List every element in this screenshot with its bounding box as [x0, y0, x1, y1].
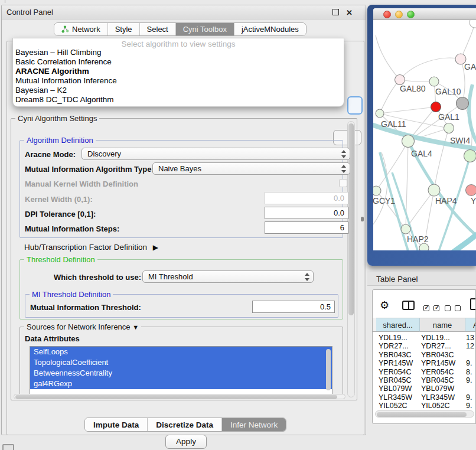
table-row[interactable]: YLR345W YLR345W 9. [376, 393, 475, 402]
dropdown-item[interactable]: Bayesian – Hill Climbing [15, 48, 102, 57]
table-hscrollbar[interactable] [375, 410, 474, 418]
table-row[interactable]: YDL19... YDL19... 13 [376, 334, 475, 342]
cell: YBR043C [379, 351, 419, 359]
network-nodes[interactable] [373, 20, 476, 250]
close-traffic-light[interactable] [383, 11, 391, 18]
settings-hscrollbar-thumb[interactable] [15, 395, 337, 399]
table-row[interactable]: YBR043C YBR043C [376, 351, 475, 359]
dropdown-item[interactable]: Mutual Information Inference [15, 76, 117, 86]
collapsed-panel-button[interactable] [2, 444, 14, 450]
chevron-updown-icon [341, 165, 347, 173]
table-row[interactable]: YER054C YER054C 8. [376, 368, 475, 376]
which-threshold-select[interactable]: MI Threshold [142, 270, 314, 283]
algorithm-dropdown: Select algorithm to view settings Bayesi… [12, 38, 344, 107]
tab-infer-network[interactable]: Infer Network [222, 418, 286, 431]
dpi-tolerance-label: DPI Tolerance [0,1]: [25, 210, 96, 219]
collapse-down-icon[interactable]: ▼ [132, 324, 139, 331]
column-header-name[interactable]: name [420, 318, 465, 332]
dropdown-item[interactable]: Dream8 DC_TDC Algorithm [15, 95, 114, 105]
cell: YDL19... [421, 334, 464, 342]
list-item[interactable]: TopologicalCoefficient [30, 357, 332, 368]
tab-cyni-toolbox[interactable]: Cyni Toolbox [176, 23, 234, 35]
tab-style[interactable]: Style [108, 23, 140, 35]
kernel-width-label: Kernel Width (0,1): [25, 195, 93, 204]
table-row[interactable]: YDR27... YDR27... 12 [376, 342, 475, 350]
dropdown-item[interactable]: Bayesian – K2 [15, 86, 67, 95]
hide-all-columns-icon[interactable] [445, 303, 461, 314]
network-icon [61, 25, 69, 33]
checked-box-icon [423, 305, 429, 311]
mi-steps-field[interactable]: 6 [265, 221, 348, 234]
cell: 9. [466, 402, 475, 410]
cell: 9. [466, 359, 475, 367]
apply-button[interactable]: Apply [165, 435, 207, 449]
sources-group-title[interactable]: Sources for Network Inference ▼ [24, 322, 141, 331]
manual-kernel-label: Manual Kernel Width Definition [25, 180, 138, 188]
aracne-mode-select[interactable]: Discovery [81, 148, 350, 160]
show-all-columns-icon[interactable] [423, 303, 439, 314]
mi-type-select[interactable]: Naive Bayes [152, 162, 350, 175]
export-table-icon[interactable] [470, 298, 476, 310]
table-panel-title: Table Panel [376, 275, 418, 283]
cell: YBL079W [379, 384, 419, 393]
dropdown-item-selected[interactable]: ARACNE Algorithm [15, 67, 89, 76]
collapse-right-icon[interactable]: ▶ [153, 243, 158, 252]
minimize-traffic-light[interactable] [395, 11, 403, 18]
tab-discretize-data-label: Discretize Data [156, 420, 213, 429]
dropdown-item[interactable]: Basic Correlation Inference [15, 57, 112, 67]
tab-discretize-data[interactable]: Discretize Data [148, 418, 222, 431]
aracne-mode-label: Aracne Mode: [25, 150, 76, 159]
cell: YIL052C [379, 402, 419, 410]
control-panel-tabbar: Network Style Select Cyni Toolbox jActiv… [54, 22, 307, 36]
list-item[interactable]: gal4RGexp [30, 379, 332, 389]
mi-threshold-field[interactable]: 0.5 [252, 301, 335, 313]
column-header-partial[interactable]: A [465, 318, 476, 332]
list-item[interactable]: SelfLoops [30, 347, 332, 357]
table-row[interactable]: YBL079W YBL079W [376, 384, 475, 393]
settings-hscrollbar[interactable] [14, 394, 345, 399]
cell: 8. [466, 368, 475, 376]
zoom-traffic-light[interactable] [407, 11, 415, 18]
tab-jactivemnodules-label: jActiveMNodules [242, 25, 299, 34]
checked-box-icon [433, 305, 439, 311]
threshold-definition-title: Threshold Definition [24, 255, 97, 264]
split-columns-icon[interactable] [402, 301, 415, 310]
cell: YER054C [421, 368, 464, 376]
node-label: HAP2 [407, 234, 429, 244]
data-attributes-list[interactable]: SelfLoops TopologicalCoefficient Between… [30, 346, 332, 394]
table-hscrollbar-thumb[interactable] [377, 412, 467, 417]
kernel-width-field[interactable]: 0.0 [265, 192, 348, 204]
mi-steps-label: Mutual Information Steps: [25, 224, 119, 233]
manual-kernel-checkbox[interactable] [339, 179, 347, 187]
table-row[interactable]: YIL052C YIL052C 9. [376, 402, 475, 407]
list-vscrollbar-thumb[interactable] [326, 349, 331, 390]
gear-icon[interactable]: ⚙ [380, 299, 389, 312]
which-threshold-value: MI Threshold [148, 272, 193, 281]
cell: YIL052C [421, 402, 464, 410]
tab-network[interactable]: Network [54, 23, 108, 35]
cell: YER054C [379, 368, 419, 376]
network-canvas[interactable] [373, 20, 476, 250]
chevron-updown-icon [341, 150, 347, 158]
hub-definition-text: Hub/Transcription Factor Definition [24, 243, 147, 252]
unchecked-box-icon [445, 305, 451, 311]
tab-select[interactable]: Select [140, 23, 176, 35]
list-item[interactable]: BetweennessCentrality [30, 368, 332, 379]
node-label: GAL10 [435, 87, 461, 96]
column-header-shared-name[interactable]: shared... [376, 318, 420, 332]
tab-impute-data[interactable]: Impute Data [85, 418, 148, 431]
table-row[interactable]: YBR045C YBR045C 9. [376, 376, 475, 384]
close-icon[interactable]: ✕ [346, 8, 353, 17]
chevron-updown-icon [305, 273, 310, 281]
combo-stepper-fragment[interactable] [347, 96, 363, 115]
hub-definition-label[interactable]: Hub/Transcription Factor Definition ▶ [24, 243, 158, 252]
control-panel-title: Control Panel [6, 8, 53, 17]
splitpane-grip[interactable] [361, 217, 364, 221]
dpi-tolerance-field[interactable]: 0.0 [265, 207, 348, 219]
cell: YPR145W [421, 359, 464, 367]
which-threshold-label: Which threshold to use: [54, 273, 141, 282]
tab-jactivemnodules[interactable]: jActiveMNodules [234, 23, 306, 35]
node-label: GAL11 [381, 119, 406, 129]
float-window-icon[interactable] [332, 9, 339, 15]
table-row[interactable]: YPR145W YPR145W 9. [376, 359, 475, 367]
